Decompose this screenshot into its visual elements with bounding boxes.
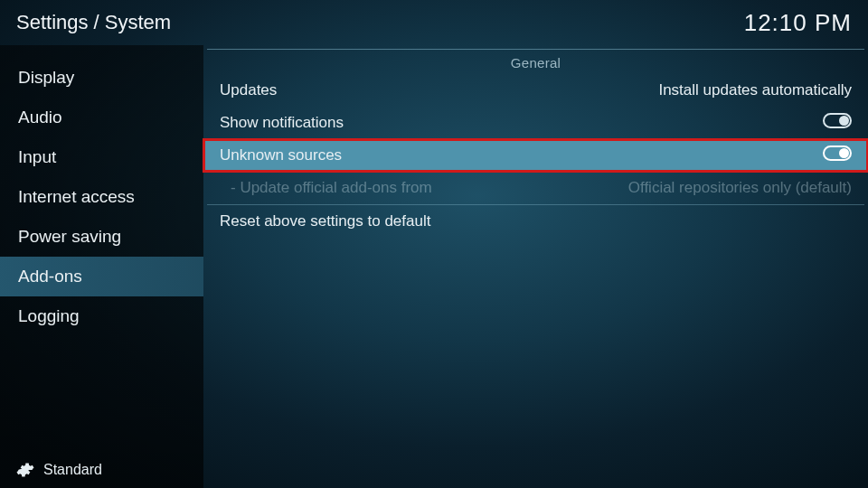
reset-defaults-label: Reset above settings to default [220,212,430,230]
sidebar-item-logging[interactable]: Logging [0,296,203,336]
sidebar-item-internet-access[interactable]: Internet access [0,177,203,217]
row-unknown-sources[interactable]: Unknown sources [203,139,868,172]
show-notifications-label: Show notifications [220,114,344,132]
row-updates[interactable]: Updates Install updates automatically [203,74,868,107]
sidebar-item-add-ons[interactable]: Add-ons [0,257,203,296]
sidebar-item-display[interactable]: Display [0,58,203,98]
section-title-general: General [203,50,868,74]
sidebar: Display Audio Input Internet access Powe… [0,45,203,488]
settings-level-label: Standard [43,462,102,478]
gear-icon [16,461,34,479]
updates-value: Install updates automatically [658,81,852,99]
unknown-sources-toggle[interactable] [823,145,852,161]
settings-level-button[interactable]: Standard [0,452,203,488]
breadcrumb: Settings / System [16,11,171,34]
update-official-value: Official repositories only (default) [628,179,852,197]
row-update-official-addons: - Update official add-ons from Official … [203,172,868,204]
show-notifications-toggle[interactable] [823,113,852,128]
row-reset-defaults[interactable]: Reset above settings to default [203,205,868,238]
row-show-notifications[interactable]: Show notifications [203,107,868,139]
clock: 12:10 PM [744,9,852,37]
updates-label: Updates [220,81,277,99]
sidebar-item-input[interactable]: Input [0,137,203,177]
sidebar-item-power-saving[interactable]: Power saving [0,217,203,257]
update-official-label: - Update official add-ons from [231,179,432,197]
unknown-sources-label: Unknown sources [220,146,342,164]
content-panel: General Updates Install updates automati… [203,45,868,488]
sidebar-item-audio[interactable]: Audio [0,98,203,137]
